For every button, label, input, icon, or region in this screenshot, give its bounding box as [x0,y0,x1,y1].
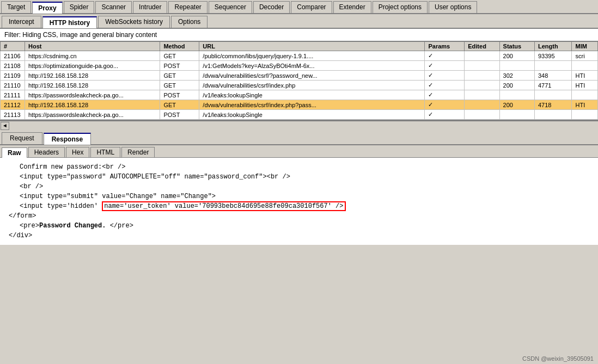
table-cell-5 [465,90,499,100]
table-cell-8: HTI [572,100,598,110]
table-cell-3: /v1/leaks:lookupSingle [199,110,425,120]
table-cell-4: ✓ [425,71,465,81]
tab-options[interactable]: Options [171,16,208,28]
table-cell-0: 21108 [1,61,25,71]
table-cell-0: 21109 [1,71,25,81]
table-cell-4: ✓ [425,61,465,71]
req-resp-nav: Request Response [0,131,598,145]
table-cell-6: 200 [499,81,534,90]
tab-user-options[interactable]: User options [429,1,477,13]
table-cell-2: POST [160,61,199,71]
col-header-edited[interactable]: Edited [465,42,499,51]
table-cell-8 [572,110,598,120]
history-table: # Host Method URL Params Edited Status L… [0,41,598,120]
table-cell-3: /public/common/libs/jquery/jquery-1.9.1.… [199,51,425,61]
table-cell-7 [534,61,572,71]
req-resp-section: Request Response Raw Headers Hex HTML Re… [0,131,598,245]
table-cell-6: 200 [499,100,534,110]
table-row[interactable]: 21108https://optimizationguide-pa.goo...… [1,61,598,71]
tab-extender[interactable]: Extender [333,1,371,13]
table-cell-8: HTI [572,81,598,90]
table-cell-7 [534,90,572,100]
scroll-left-arrow[interactable]: ◄ [1,122,9,130]
table-row[interactable]: 21106https://csdnimg.cnGET/public/common… [1,51,598,61]
tab-spider[interactable]: Spider [64,1,95,13]
table-cell-5 [465,51,499,61]
table-cell-1: https://csdnimg.cn [25,51,160,61]
table-row[interactable]: 21109http://192.168.158.128GET/dvwa/vuln… [1,71,598,81]
table-cell-5 [465,100,499,110]
top-nav-bar: Target Proxy Spider Scanner Intruder Rep… [0,0,598,14]
code-line-5: <input type='hidden' name='user_token' v… [20,201,589,211]
table-cell-8 [572,61,598,71]
table-cell-3: /v1:GetModels?key=AlzaSyBOti4mM-6x... [199,61,425,71]
code-line-3: <br /> [20,182,589,192]
table-cell-1: https://passwordsleakcheck-pa.go... [25,110,160,120]
tab-headers[interactable]: Headers [28,147,65,157]
tab-repeater[interactable]: Repeater [168,1,207,13]
table-cell-2: POST [160,90,199,100]
table-cell-4: ✓ [425,51,465,61]
tab-response[interactable]: Response [44,133,91,145]
table-cell-4: ✓ [425,90,465,100]
history-table-container: # Host Method URL Params Edited Status L… [0,41,598,121]
table-cell-6: 302 [499,71,534,81]
tab-target[interactable]: Target [1,1,31,13]
tab-request[interactable]: Request [2,132,42,144]
col-header-mime[interactable]: MIM [572,42,598,51]
tab-render[interactable]: Render [121,147,155,157]
filter-bar[interactable]: Filter: Hiding CSS, image and general bi… [0,29,598,41]
code-line-2: <input type="password" AUTOCOMPLETE="off… [20,172,589,182]
code-line-1: Confirm new password:<br /> [20,162,589,172]
table-cell-2: GET [160,71,199,81]
tab-http-history[interactable]: HTTP history [42,16,97,28]
tab-intruder[interactable]: Intruder [133,1,167,13]
col-header-method[interactable]: Method [160,42,199,51]
table-cell-7: 4771 [534,81,572,90]
table-row[interactable]: 21112http://192.168.158.128GET/dvwa/vuln… [1,100,598,110]
table-cell-2: GET [160,51,199,61]
table-cell-6 [499,61,534,71]
tab-scanner[interactable]: Scanner [95,1,132,13]
table-row[interactable]: 21113https://passwordsleakcheck-pa.go...… [1,110,598,120]
table-cell-1: http://192.168.158.128 [25,81,160,90]
table-cell-1: https://optimizationguide-pa.goo... [25,61,160,71]
table-cell-3: /dvwa/vulnerabilities/csrf/index.php?pas… [199,100,425,110]
table-cell-4: ✓ [425,81,465,90]
horizontal-scroll[interactable]: ◄ [0,121,598,131]
tab-hex[interactable]: Hex [66,147,89,157]
code-line-6: </form> [9,211,589,221]
table-cell-0: 21110 [1,81,25,90]
col-header-status[interactable]: Status [499,42,534,51]
table-cell-4: ✓ [425,100,465,110]
tab-comparer[interactable]: Comparer [291,1,332,13]
col-header-id[interactable]: # [1,42,25,51]
tab-decoder[interactable]: Decoder [253,1,290,13]
format-nav: Raw Headers Hex HTML Render [0,145,598,158]
tab-intercept[interactable]: Intercept [2,16,41,28]
col-header-length[interactable]: Length [534,42,572,51]
table-row[interactable]: 21111https://passwordsleakcheck-pa.go...… [1,90,598,100]
table-cell-8: HTI [572,71,598,81]
tab-raw[interactable]: Raw [2,147,27,158]
table-cell-0: 21112 [1,100,25,110]
col-header-url[interactable]: URL [199,42,425,51]
tab-sequencer[interactable]: Sequencer [209,1,252,13]
table-cell-7 [534,110,572,120]
table-cell-6: 200 [499,51,534,61]
table-cell-1: https://passwordsleakcheck-pa.go... [25,90,160,100]
tab-websockets-history[interactable]: WebSockets history [98,16,170,28]
table-cell-2: GET [160,81,199,90]
table-cell-8 [572,90,598,100]
table-cell-1: http://192.168.158.128 [25,71,160,81]
table-header-row: # Host Method URL Params Edited Status L… [1,42,598,51]
tab-proxy[interactable]: Proxy [32,2,62,14]
tab-html[interactable]: HTML [90,147,120,157]
tab-project-options[interactable]: Project options [373,1,428,13]
table-cell-4: ✓ [425,110,465,120]
col-header-params[interactable]: Params [425,42,465,51]
table-row[interactable]: 21110http://192.168.158.128GET/dvwa/vuln… [1,81,598,90]
table-cell-5 [465,61,499,71]
code-display: Confirm new password:<br /> <input type=… [0,158,598,245]
col-header-host[interactable]: Host [25,42,160,51]
